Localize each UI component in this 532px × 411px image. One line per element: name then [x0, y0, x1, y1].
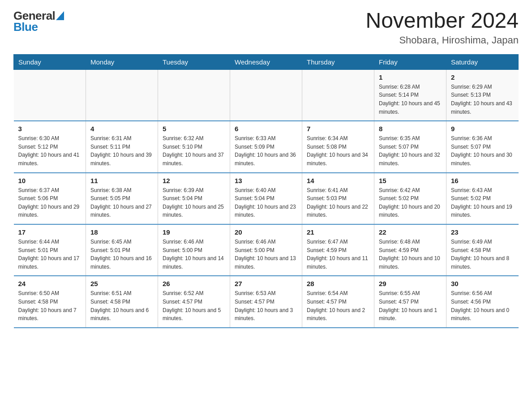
- table-row: 10Sunrise: 6:37 AM Sunset: 5:06 PM Dayli…: [14, 173, 86, 224]
- day-number: 3: [18, 125, 82, 133]
- header-thursday: Thursday: [302, 54, 374, 69]
- day-info: Sunrise: 6:33 AM Sunset: 5:09 PM Dayligh…: [235, 134, 297, 167]
- day-info: Sunrise: 6:52 AM Sunset: 4:57 PM Dayligh…: [163, 289, 225, 322]
- day-number: 7: [307, 125, 369, 133]
- table-row: 3Sunrise: 6:30 AM Sunset: 5:12 PM Daylig…: [14, 121, 86, 172]
- page-header: General Blue November 2024 Shobara, Hiro…: [13, 9, 519, 46]
- day-info: Sunrise: 6:45 AM Sunset: 5:01 PM Dayligh…: [90, 238, 153, 271]
- calendar-week-row: 17Sunrise: 6:44 AM Sunset: 5:01 PM Dayli…: [14, 224, 519, 276]
- day-number: 24: [18, 280, 82, 287]
- day-info: Sunrise: 6:37 AM Sunset: 5:06 PM Dayligh…: [18, 186, 82, 219]
- day-info: Sunrise: 6:30 AM Sunset: 5:12 PM Dayligh…: [18, 134, 82, 167]
- day-number: 12: [163, 177, 225, 184]
- table-row: [230, 69, 302, 121]
- day-number: 15: [379, 177, 442, 184]
- day-number: 4: [90, 125, 153, 133]
- table-row: 15Sunrise: 6:42 AM Sunset: 5:02 PM Dayli…: [374, 173, 446, 224]
- table-row: 4Sunrise: 6:31 AM Sunset: 5:11 PM Daylig…: [86, 121, 158, 172]
- day-info: Sunrise: 6:36 AM Sunset: 5:07 PM Dayligh…: [451, 134, 514, 167]
- day-number: 23: [451, 228, 514, 236]
- day-number: 25: [90, 280, 153, 287]
- day-info: Sunrise: 6:42 AM Sunset: 5:02 PM Dayligh…: [379, 186, 442, 219]
- table-row: 24Sunrise: 6:50 AM Sunset: 4:58 PM Dayli…: [14, 276, 86, 327]
- table-row: 19Sunrise: 6:46 AM Sunset: 5:00 PM Dayli…: [158, 224, 230, 276]
- day-number: 11: [90, 177, 153, 184]
- table-row: 28Sunrise: 6:54 AM Sunset: 4:57 PM Dayli…: [302, 276, 374, 327]
- day-info: Sunrise: 6:53 AM Sunset: 4:57 PM Dayligh…: [235, 289, 297, 322]
- day-number: 13: [235, 177, 297, 184]
- day-number: 27: [235, 280, 297, 287]
- day-number: 5: [163, 125, 225, 133]
- header-saturday: Saturday: [446, 54, 519, 69]
- day-info: Sunrise: 6:38 AM Sunset: 5:05 PM Dayligh…: [90, 186, 153, 219]
- calendar-week-row: 1Sunrise: 6:28 AM Sunset: 5:14 PM Daylig…: [14, 69, 519, 121]
- day-info: Sunrise: 6:56 AM Sunset: 4:56 PM Dayligh…: [451, 289, 514, 322]
- day-number: 18: [90, 228, 153, 236]
- header-tuesday: Tuesday: [158, 54, 230, 69]
- weekday-header-row: Sunday Monday Tuesday Wednesday Thursday…: [14, 54, 519, 69]
- table-row: 18Sunrise: 6:45 AM Sunset: 5:01 PM Dayli…: [86, 224, 158, 276]
- header-sunday: Sunday: [14, 54, 86, 69]
- table-row: 25Sunrise: 6:51 AM Sunset: 4:58 PM Dayli…: [86, 276, 158, 327]
- day-number: 26: [163, 280, 225, 287]
- logo: General Blue: [13, 9, 64, 34]
- table-row: 7Sunrise: 6:34 AM Sunset: 5:08 PM Daylig…: [302, 121, 374, 172]
- logo-triangle-icon: [56, 11, 64, 20]
- day-number: 28: [307, 280, 369, 287]
- day-number: 17: [18, 228, 82, 236]
- day-number: 1: [379, 73, 442, 81]
- table-row: 22Sunrise: 6:48 AM Sunset: 4:59 PM Dayli…: [374, 224, 446, 276]
- day-info: Sunrise: 6:54 AM Sunset: 4:57 PM Dayligh…: [307, 289, 369, 322]
- day-number: 10: [18, 177, 82, 184]
- header-friday: Friday: [374, 54, 446, 69]
- day-number: 30: [451, 280, 514, 287]
- table-row: 29Sunrise: 6:55 AM Sunset: 4:57 PM Dayli…: [374, 276, 446, 327]
- table-row: 13Sunrise: 6:40 AM Sunset: 5:04 PM Dayli…: [230, 173, 302, 224]
- day-info: Sunrise: 6:35 AM Sunset: 5:07 PM Dayligh…: [379, 134, 442, 167]
- table-row: 12Sunrise: 6:39 AM Sunset: 5:04 PM Dayli…: [158, 173, 230, 224]
- day-info: Sunrise: 6:50 AM Sunset: 4:58 PM Dayligh…: [18, 289, 82, 322]
- day-number: 22: [379, 228, 442, 236]
- day-number: 2: [451, 73, 514, 81]
- table-row: 27Sunrise: 6:53 AM Sunset: 4:57 PM Dayli…: [230, 276, 302, 327]
- table-row: 14Sunrise: 6:41 AM Sunset: 5:03 PM Dayli…: [302, 173, 374, 224]
- day-number: 19: [163, 228, 225, 236]
- day-info: Sunrise: 6:31 AM Sunset: 5:11 PM Dayligh…: [90, 134, 153, 167]
- day-info: Sunrise: 6:41 AM Sunset: 5:03 PM Dayligh…: [307, 186, 369, 219]
- day-info: Sunrise: 6:43 AM Sunset: 5:02 PM Dayligh…: [451, 186, 514, 219]
- day-info: Sunrise: 6:46 AM Sunset: 5:00 PM Dayligh…: [163, 238, 225, 271]
- day-number: 14: [307, 177, 369, 184]
- table-row: 17Sunrise: 6:44 AM Sunset: 5:01 PM Dayli…: [14, 224, 86, 276]
- calendar-week-row: 3Sunrise: 6:30 AM Sunset: 5:12 PM Daylig…: [14, 121, 519, 172]
- day-info: Sunrise: 6:32 AM Sunset: 5:10 PM Dayligh…: [163, 134, 225, 167]
- table-row: [302, 69, 374, 121]
- calendar-subtitle: Shobara, Hiroshima, Japan: [365, 34, 519, 46]
- title-block: November 2024 Shobara, Hiroshima, Japan: [365, 9, 519, 46]
- header-monday: Monday: [86, 54, 158, 69]
- table-row: [86, 69, 158, 121]
- table-row: 5Sunrise: 6:32 AM Sunset: 5:10 PM Daylig…: [158, 121, 230, 172]
- day-info: Sunrise: 6:28 AM Sunset: 5:14 PM Dayligh…: [379, 83, 442, 116]
- table-row: [158, 69, 230, 121]
- day-number: 29: [379, 280, 442, 287]
- calendar-week-row: 24Sunrise: 6:50 AM Sunset: 4:58 PM Dayli…: [14, 276, 519, 327]
- table-row: 6Sunrise: 6:33 AM Sunset: 5:09 PM Daylig…: [230, 121, 302, 172]
- day-number: 16: [451, 177, 514, 184]
- day-number: 9: [451, 125, 514, 133]
- calendar-week-row: 10Sunrise: 6:37 AM Sunset: 5:06 PM Dayli…: [14, 173, 519, 224]
- table-row: 30Sunrise: 6:56 AM Sunset: 4:56 PM Dayli…: [446, 276, 519, 327]
- table-row: 26Sunrise: 6:52 AM Sunset: 4:57 PM Dayli…: [158, 276, 230, 327]
- table-row: 2Sunrise: 6:29 AM Sunset: 5:13 PM Daylig…: [446, 69, 519, 121]
- day-info: Sunrise: 6:46 AM Sunset: 5:00 PM Dayligh…: [235, 238, 297, 271]
- day-number: 8: [379, 125, 442, 133]
- calendar-table: Sunday Monday Tuesday Wednesday Thursday…: [13, 54, 519, 328]
- day-info: Sunrise: 6:48 AM Sunset: 4:59 PM Dayligh…: [379, 238, 442, 271]
- day-info: Sunrise: 6:34 AM Sunset: 5:08 PM Dayligh…: [307, 134, 369, 167]
- day-info: Sunrise: 6:40 AM Sunset: 5:04 PM Dayligh…: [235, 186, 297, 219]
- table-row: 1Sunrise: 6:28 AM Sunset: 5:14 PM Daylig…: [374, 69, 446, 121]
- day-info: Sunrise: 6:55 AM Sunset: 4:57 PM Dayligh…: [379, 289, 442, 322]
- day-info: Sunrise: 6:44 AM Sunset: 5:01 PM Dayligh…: [18, 238, 82, 271]
- header-wednesday: Wednesday: [230, 54, 302, 69]
- day-number: 6: [235, 125, 297, 133]
- table-row: 21Sunrise: 6:47 AM Sunset: 4:59 PM Dayli…: [302, 224, 374, 276]
